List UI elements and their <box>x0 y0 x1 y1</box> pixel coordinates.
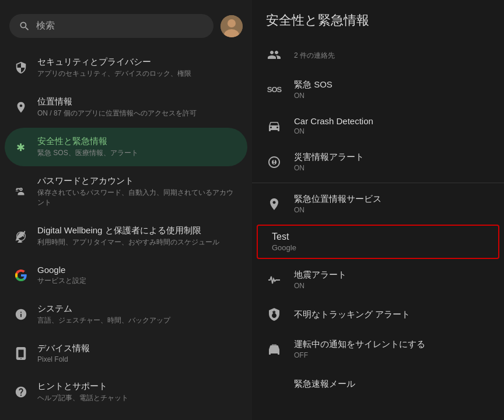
emergency-mail-title: 緊急速報メール <box>294 379 490 390</box>
sidebar-item-system[interactable]: システム 言語、ジェスチャー、時間、バックアップ <box>5 295 247 334</box>
sidebar-item-security-text: セキュリティとプライバシー アプリのセキュリティ、デバイスのロック、権限 <box>37 57 191 79</box>
search-bar[interactable]: 検索 <box>9 14 214 38</box>
sidebar-item-google-subtitle: サービスと設定 <box>37 276 86 286</box>
right-item-car-crash[interactable]: Car Crash Detection ON <box>252 108 504 144</box>
car-crash-subtitle: ON <box>294 127 490 135</box>
search-icon <box>19 20 30 32</box>
menu-list: セキュリティとプライバシー アプリのセキュリティ、デバイスのロック、権限 位置情… <box>0 47 252 420</box>
sidebar-item-device-subtitle: Pixel Fold <box>37 355 90 363</box>
contacts-text: 2 件の連絡先 <box>294 50 490 61</box>
right-item-disaster[interactable]: 災害情報アラート ON <box>252 144 504 180</box>
sidebar-item-google-title: Google <box>37 265 86 275</box>
info-icon <box>14 307 28 321</box>
sidebar-item-location-text: 位置情報 ON / 87 個のアプリに位置情報へのアクセスを許可 <box>37 96 197 118</box>
earthquake-subtitle: ON <box>294 282 490 290</box>
emergency-sos-text: 緊急 SOS ON <box>294 79 490 100</box>
right-item-emergency-sos[interactable]: SOS 緊急 SOS ON <box>252 71 504 108</box>
sidebar-item-safety-title: 安全性と緊急情報 <box>37 136 138 147</box>
location-service-subtitle: ON <box>294 206 490 214</box>
earthquake-text: 地震アラート ON <box>294 270 490 290</box>
location-icon <box>14 100 28 114</box>
emergency-mail-icon <box>266 376 282 392</box>
sidebar-item-passwords[interactable]: パスワードとアカウント 保存されているパスワード、自動入力、同期されているアカウ… <box>5 167 247 216</box>
tracking-text: 不明なトラッキング アラート <box>294 309 490 320</box>
right-item-location-service[interactable]: 緊急位置情報サービス ON <box>252 186 504 222</box>
sidebar-item-safety-subtitle: 緊急 SOS、医療情報、アラート <box>37 148 138 158</box>
sidebar-item-google[interactable]: Google サービスと設定 <box>5 257 247 294</box>
tracking-title: 不明なトラッキング アラート <box>294 309 490 320</box>
google-icon <box>14 268 28 282</box>
tablet-icon <box>14 346 28 360</box>
leaf-icon <box>14 229 28 243</box>
sidebar-item-system-text: システム 言語、ジェスチャー、時間、バックアップ <box>37 303 170 326</box>
sidebar-item-wellbeing[interactable]: Digital Wellbeing と保護者による使用制限 利用時間、アプリタイ… <box>5 217 247 256</box>
sidebar-item-device[interactable]: デバイス情報 Pixel Fold <box>5 335 247 372</box>
sidebar-item-location-title: 位置情報 <box>37 96 197 107</box>
sidebar-item-device-text: デバイス情報 Pixel Fold <box>37 343 90 363</box>
car-crash-icon <box>266 118 282 134</box>
disaster-subtitle: ON <box>294 164 490 172</box>
right-item-driving[interactable]: 運転中の通知をサイレントにする OFF <box>252 331 504 368</box>
driving-text: 運転中の通知をサイレントにする OFF <box>294 339 490 359</box>
right-header: 安全性と緊急情報 <box>252 0 504 38</box>
sidebar-item-safety[interactable]: ✱ 安全性と緊急情報 緊急 SOS、医療情報、アラート <box>5 128 247 166</box>
right-panel: 安全性と緊急情報 2 件の連絡先 SOS 緊急 SOS ON Car Crash… <box>252 0 504 420</box>
asterisk-icon: ✱ <box>14 140 28 154</box>
right-item-emergency-mail[interactable]: 緊急速報メール <box>252 368 504 400</box>
sidebar-item-safety-text: 安全性と緊急情報 緊急 SOS、医療情報、アラート <box>37 136 138 158</box>
sidebar-item-passwords-text: パスワードとアカウント 保存されているパスワード、自動入力、同期されているアカウ… <box>37 176 238 208</box>
test-item[interactable]: Test Google <box>257 225 499 259</box>
contacts-icon <box>266 47 282 63</box>
disaster-text: 災害情報アラート ON <box>294 152 490 172</box>
sidebar-item-security-title: セキュリティとプライバシー <box>37 57 191 68</box>
search-bar-container: 検索 <box>0 9 252 47</box>
location-service-text: 緊急位置情報サービス ON <box>294 194 490 214</box>
right-item-tracking[interactable]: 不明なトラッキング アラート <box>252 298 504 331</box>
shield-icon <box>14 61 28 75</box>
sidebar-item-location-subtitle: ON / 87 個のアプリに位置情報へのアクセスを許可 <box>37 108 197 118</box>
sidebar-item-system-subtitle: 言語、ジェスチャー、時間、バックアップ <box>37 316 170 326</box>
search-placeholder: 検索 <box>36 20 55 32</box>
sidebar-item-passwords-subtitle: 保存されているパスワード、自動入力、同期されているアカウント <box>37 188 238 208</box>
contacts-item[interactable]: 2 件の連絡先 <box>252 38 504 71</box>
svg-rect-5 <box>16 191 19 191</box>
driving-subtitle: OFF <box>294 351 490 359</box>
sidebar-item-wellbeing-subtitle: 利用時間、アプリタイマー、おやすみ時間のスケジュール <box>37 237 219 247</box>
earthquake-title: 地震アラート <box>294 270 490 281</box>
test-item-subtitle: Google <box>272 243 484 252</box>
sidebar-item-google-text: Google サービスと設定 <box>37 265 86 286</box>
right-item-earthquake[interactable]: 地震アラート ON <box>252 261 504 298</box>
sos-icon: SOS <box>266 82 282 98</box>
help-icon <box>14 385 28 399</box>
svg-text:✱: ✱ <box>16 141 25 153</box>
tracking-icon <box>266 306 282 323</box>
location-service-icon <box>266 196 282 212</box>
test-item-title: Test <box>272 232 484 242</box>
car-crash-title: Car Crash Detection <box>294 116 490 126</box>
driving-icon <box>266 341 282 358</box>
sidebar-item-help-title: ヒントとサポート <box>37 381 128 392</box>
sidebar-item-wellbeing-title: Digital Wellbeing と保護者による使用制限 <box>37 225 219 236</box>
sidebar-item-wellbeing-text: Digital Wellbeing と保護者による使用制限 利用時間、アプリタイ… <box>37 225 219 247</box>
emergency-mail-text: 緊急速報メール <box>294 379 490 390</box>
sidebar-item-system-title: システム <box>37 303 170 314</box>
driving-title: 運転中の通知をサイレントにする <box>294 339 490 350</box>
avatar[interactable] <box>220 15 243 37</box>
svg-point-1 <box>228 19 236 27</box>
disaster-icon <box>266 154 282 170</box>
disaster-title: 災害情報アラート <box>294 152 490 163</box>
person-icon <box>14 185 28 199</box>
sidebar-item-location[interactable]: 位置情報 ON / 87 個のアプリに位置情報へのアクセスを許可 <box>5 88 247 127</box>
left-panel: 検索 セキュリティとプライバシー アプリのセキュリティ、デバイスのロック、権限 <box>0 0 252 420</box>
emergency-sos-title: 緊急 SOS <box>294 79 490 90</box>
divider-1 <box>252 183 504 183</box>
emergency-sos-subtitle: ON <box>294 92 490 100</box>
sidebar-item-security[interactable]: セキュリティとプライバシー アプリのセキュリティ、デバイスのロック、権限 <box>5 48 247 87</box>
contacts-count: 2 件の連絡先 <box>294 51 490 61</box>
sidebar-item-help-subtitle: ヘルプ記事、電話とチャット <box>37 393 128 403</box>
sidebar-item-security-subtitle: アプリのセキュリティ、デバイスのロック、権限 <box>37 69 191 79</box>
sidebar-item-help[interactable]: ヒントとサポート ヘルプ記事、電話とチャット <box>5 373 247 411</box>
sidebar-item-device-title: デバイス情報 <box>37 343 90 354</box>
earthquake-icon <box>266 272 282 288</box>
sidebar-item-help-text: ヒントとサポート ヘルプ記事、電話とチャット <box>37 381 128 403</box>
